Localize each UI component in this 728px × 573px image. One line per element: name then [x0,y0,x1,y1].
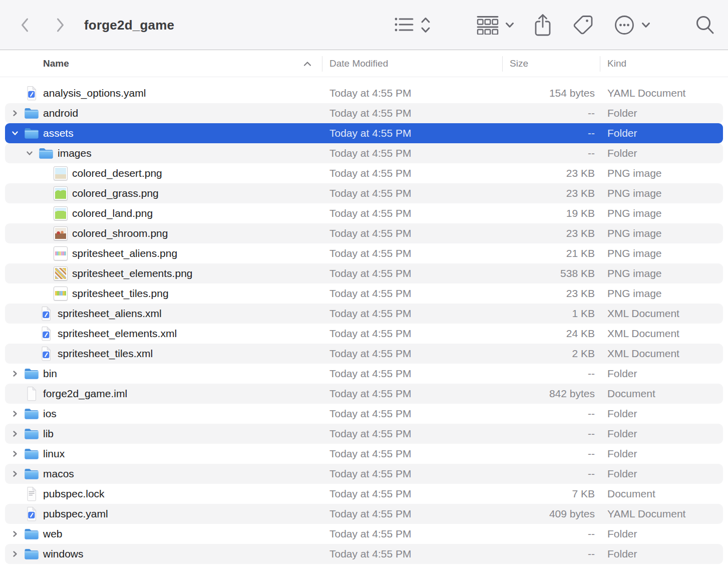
file-row-pubspec.lock[interactable]: pubspec.lockToday at 4:55 PM7 KBDocument [5,484,723,504]
disclosure-collapsed-icon[interactable] [11,450,19,457]
name-cell: forge2d_game.iml [5,384,127,404]
file-row-spritesheet_tiles.png[interactable]: spritesheet_tiles.pngToday at 4:55 PM23 … [5,283,723,304]
folder-icon [24,368,39,380]
file-name: macos [43,468,74,480]
file-name: colored_land.png [72,207,153,219]
file-row-spritesheet_elements.png[interactable]: spritesheet_elements.pngToday at 4:55 PM… [5,263,723,283]
name-cell: linux [5,444,65,464]
column-header-date-modified[interactable]: Date Modified [329,51,388,77]
date-modified: Today at 4:55 PM [329,444,411,464]
file-size: -- [588,404,595,424]
file-kind: PNG image [607,163,662,183]
file-kind: PNG image [607,263,662,283]
forward-button[interactable] [54,0,66,50]
name-cell: colored_desert.png [5,163,162,183]
date-modified: Today at 4:55 PM [329,183,411,203]
chevron-left-icon [19,17,31,33]
share-button[interactable] [534,0,552,50]
file-row-web[interactable]: webToday at 4:55 PM--Folder [5,524,723,544]
file-row-colored_shroom.png[interactable]: colored_shroom.pngToday at 4:55 PM23 KBP… [5,223,723,243]
disclosure-collapsed-icon[interactable] [11,110,19,117]
file-name: lib [43,428,54,440]
name-cell: android [5,103,78,123]
share-icon [534,14,552,37]
file-row-colored_land.png[interactable]: colored_land.pngToday at 4:55 PM19 KBPNG… [5,203,723,223]
column-divider[interactable] [322,56,322,72]
file-kind: PNG image [607,283,662,304]
file-row-ios[interactable]: iosToday at 4:55 PM--Folder [5,404,723,424]
list-view-icon [395,17,415,34]
date-modified: Today at 4:55 PM [329,524,411,544]
file-icon-slot [24,408,39,420]
file-row-linux[interactable]: linuxToday at 4:55 PM--Folder [5,444,723,464]
file-kind: YAML Document [607,504,685,524]
name-cell: colored_shroom.png [5,223,168,243]
column-header-size[interactable]: Size [510,51,528,77]
file-row-forge2d_game.iml[interactable]: forge2d_game.imlToday at 4:55 PM842 byte… [5,384,723,404]
file-name: windows [43,548,84,560]
file-name: spritesheet_elements.xml [58,328,177,340]
file-row-spritesheet_aliens.png[interactable]: spritesheet_aliens.pngToday at 4:55 PM21… [5,243,723,263]
aliens-thumbnail-icon [54,246,68,260]
file-row-pubspec.yaml[interactable]: pubspec.yamlToday at 4:55 PM409 bytesYAM… [5,504,723,524]
file-size: 2 KB [572,344,595,364]
file-name: spritesheet_tiles.xml [58,348,153,360]
disclosure-collapsed-icon[interactable] [11,530,19,537]
file-row-spritesheet_aliens.xml[interactable]: spritesheet_aliens.xmlToday at 4:55 PM1 … [5,304,723,324]
file-row-colored_grass.png[interactable]: colored_grass.pngToday at 4:55 PM23 KBPN… [5,183,723,203]
elements-thumbnail-icon [54,266,68,280]
disclosure-collapsed-icon[interactable] [11,430,19,437]
file-icon-slot [24,548,39,560]
file-kind: YAML Document [607,83,685,103]
file-row-bin[interactable]: binToday at 4:55 PM--Folder [5,364,723,384]
file-size: -- [588,524,595,544]
disclosure-expanded-icon[interactable] [11,130,19,137]
disclosure-collapsed-icon[interactable] [11,550,19,557]
more-actions-button[interactable] [614,0,650,50]
file-row-android[interactable]: androidToday at 4:55 PM--Folder [5,103,723,123]
file-name: spritesheet_aliens.png [72,247,177,259]
file-name: android [43,107,78,119]
file-size: 23 KB [566,283,595,304]
search-button[interactable] [695,0,715,50]
file-kind: Folder [607,464,637,484]
file-row-colored_desert.png[interactable]: colored_desert.pngToday at 4:55 PM23 KBP… [5,163,723,183]
group-by-button[interactable] [477,0,514,50]
column-header-name[interactable]: Name [43,51,69,77]
disclosure-collapsed-icon[interactable] [11,410,19,417]
column-divider[interactable] [502,56,503,72]
view-options-button[interactable] [395,0,431,50]
file-icon-slot [53,226,68,240]
file-row-assets[interactable]: assetsToday at 4:55 PM--Folder [5,123,723,143]
desert-thumbnail-icon [54,166,68,180]
chevron-down-icon [505,22,514,28]
file-row-lib[interactable]: libToday at 4:55 PM--Folder [5,424,723,444]
file-name: spritesheet_elements.png [72,267,193,279]
back-button[interactable] [19,0,31,50]
date-modified: Today at 4:55 PM [329,544,411,564]
file-row-windows[interactable]: windowsToday at 4:55 PM--Folder [5,544,723,564]
file-icon-slot [39,306,54,322]
disclosure-collapsed-icon[interactable] [11,370,19,377]
file-row-macos[interactable]: macosToday at 4:55 PM--Folder [5,464,723,484]
disclosure-collapsed-icon[interactable] [11,470,19,477]
file-row-analysis_options.yaml[interactable]: analysis_options.yamlToday at 4:55 PM154… [5,83,723,103]
file-kind: PNG image [607,183,662,203]
file-name: pubspec.lock [43,488,105,500]
disclosure-expanded-icon[interactable] [26,150,34,157]
file-icon-slot [53,186,68,200]
tag-button[interactable] [572,0,594,50]
window-title: forge2d_game [84,0,174,50]
file-row-spritesheet_elements.xml[interactable]: spritesheet_elements.xmlToday at 4:55 PM… [5,324,723,344]
column-divider[interactable] [600,56,600,72]
date-modified: Today at 4:55 PM [329,163,411,183]
file-row-spritesheet_tiles.xml[interactable]: spritesheet_tiles.xmlToday at 4:55 PM2 K… [5,344,723,364]
file-row-images[interactable]: imagesToday at 4:55 PM--Folder [5,143,723,163]
file-name: web [43,528,63,540]
name-cell: macos [5,464,74,484]
date-modified: Today at 4:55 PM [329,223,411,243]
document-badge-icon [40,326,52,342]
file-kind: XML Document [607,344,679,364]
column-header-kind[interactable]: Kind [607,51,626,77]
finder-toolbar: forge2d_game [0,0,728,50]
